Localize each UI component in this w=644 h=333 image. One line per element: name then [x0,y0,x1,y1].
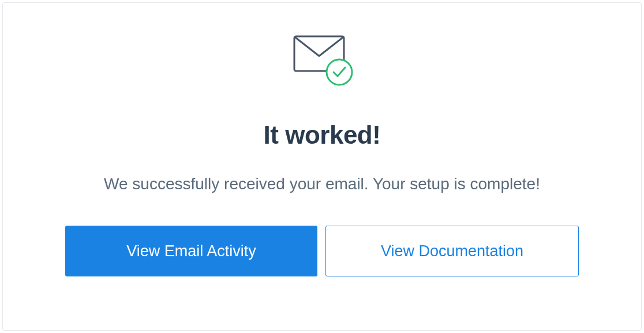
success-description: We successfully received your email. You… [104,175,540,193]
button-row: View Email Activity View Documentation [3,226,641,276]
success-card: It worked! We successfully received your… [2,2,642,331]
view-documentation-button[interactable]: View Documentation [325,226,579,276]
envelope-check-icon [287,31,357,88]
svg-point-1 [327,59,352,85]
success-heading: It worked! [264,121,381,149]
view-email-activity-button[interactable]: View Email Activity [65,226,317,276]
